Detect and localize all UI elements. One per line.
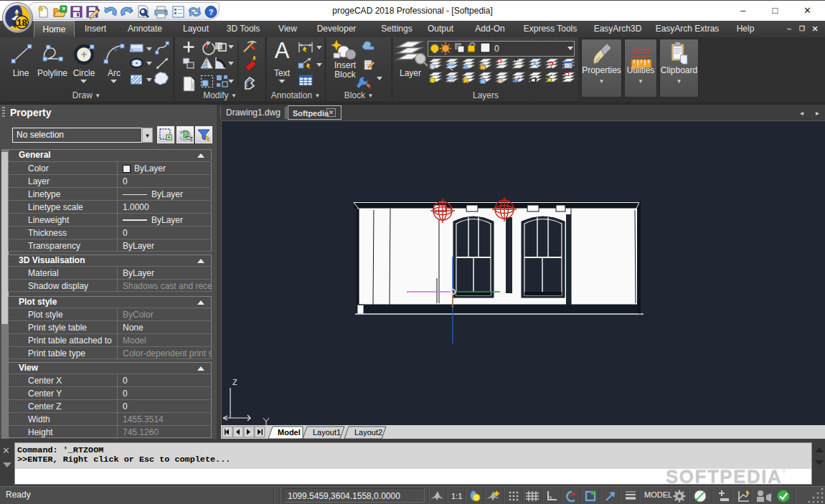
svg-text:Layout1: Layout1 xyxy=(313,428,341,437)
svg-text:Z: Z xyxy=(232,378,237,386)
svg-text:Layout2: Layout2 xyxy=(354,428,382,437)
svg-text:0: 0 xyxy=(494,44,499,54)
svg-text:18: 18 xyxy=(16,17,27,28)
svg-text:?: ? xyxy=(548,60,554,70)
svg-text:A: A xyxy=(275,38,290,63)
svg-text:Block: Block xyxy=(334,70,356,80)
svg-text:1:1: 1:1 xyxy=(451,492,462,500)
svg-text:Model: Model xyxy=(278,428,301,437)
svg-text:Arc: Arc xyxy=(108,68,121,78)
svg-text:Line: Line xyxy=(13,68,29,78)
svg-text:Circle: Circle xyxy=(73,68,95,78)
svg-text:?: ? xyxy=(209,8,214,16)
svg-text:Text: Text xyxy=(274,68,291,78)
svg-text:Insert: Insert xyxy=(334,60,357,70)
svg-text:Polyline: Polyline xyxy=(37,68,67,78)
